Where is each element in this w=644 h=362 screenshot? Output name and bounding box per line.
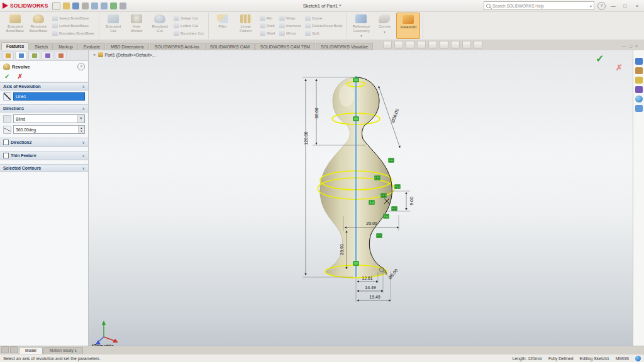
swept-boss-base-button[interactable]: Swept Boss/Base <box>51 15 96 21</box>
dome-button[interactable]: Dome <box>304 15 343 21</box>
revolved-boss-base-button[interactable]: Revolved Boss/Base <box>27 13 50 39</box>
intersect-button[interactable]: Intersect <box>278 23 302 29</box>
dimension-label[interactable]: 19.49 <box>369 295 380 299</box>
reference-geometry-button[interactable]: Reference Geometry▾ <box>350 13 372 39</box>
lofted-boss-base-button[interactable]: Lofted Boss/Base <box>51 23 96 29</box>
print-icon[interactable] <box>82 3 89 9</box>
tab-scroll-left-icon[interactable] <box>1 346 9 353</box>
rib-button[interactable]: Rib <box>258 15 276 21</box>
sketch-point-marker[interactable]: 12 <box>375 176 380 180</box>
shell-button[interactable]: Shell <box>258 30 276 36</box>
reverse-direction-icon[interactable] <box>3 115 11 123</box>
draft-button[interactable]: Draft <box>258 23 276 29</box>
tab-mbd-dimensions[interactable]: MBD Dimensions <box>106 43 149 50</box>
zoom-area-icon[interactable] <box>394 41 403 49</box>
dimension-label[interactable]: 9.00 <box>409 197 414 206</box>
chevron-down-icon[interactable]: ▾ <box>77 115 84 123</box>
sketch-point-marker[interactable]: 22 <box>389 158 394 163</box>
swept-cut-button[interactable]: Swept Cut <box>172 15 205 21</box>
sketch-point-marker[interactable] <box>353 117 359 121</box>
file-explorer-icon[interactable] <box>635 77 643 84</box>
end-condition-dropdown[interactable]: Blind ▾ <box>13 114 85 123</box>
section-view-icon[interactable] <box>417 41 426 49</box>
status-units[interactable]: MMGS <box>616 356 629 361</box>
sketch-point-marker[interactable]: 20 <box>377 234 382 238</box>
boundary-cut-button[interactable]: Boundary Cut <box>172 30 205 36</box>
fillet-button[interactable]: Fillet <box>211 13 234 39</box>
appearances-icon[interactable] <box>635 96 643 102</box>
sketch-point-marker[interactable] <box>353 261 359 266</box>
tab-solidworks-add-ins[interactable]: SOLIDWORKS Add-Ins <box>150 43 204 50</box>
extruded-boss-base-button[interactable]: Extruded Boss/Base <box>4 13 26 39</box>
delete-keep-body-button[interactable]: Delete/Keep Body <box>304 23 343 29</box>
pm-help-icon[interactable]: ? <box>77 63 85 70</box>
dimension-label[interactable]: 20.00 <box>366 221 377 226</box>
boundary-boss-base-button[interactable]: Boundary Boss/Base <box>51 30 96 36</box>
redo-icon[interactable] <box>101 3 108 9</box>
rebuild-icon[interactable] <box>110 3 117 9</box>
view-palette-icon[interactable] <box>635 86 643 93</box>
thin-feature-checkbox[interactable] <box>3 153 9 158</box>
tab-motion-study-1[interactable]: Motion Study 1 <box>43 347 83 354</box>
sketch-point-marker[interactable]: 21 <box>381 194 387 198</box>
float-panel-icon[interactable]: □ <box>630 44 632 48</box>
viewport[interactable]: ▸ Part1 (Default<<Default>... ✓ ✗ *Trime… <box>89 50 633 346</box>
mirror-button[interactable]: Mirror <box>278 30 302 36</box>
close-button[interactable]: × <box>633 3 641 9</box>
cancel-button[interactable]: ✗ <box>17 73 22 80</box>
dimension-label[interactable]: 120.00 <box>304 131 308 145</box>
confirm-ok-icon[interactable]: ✓ <box>596 53 604 65</box>
tab-markup[interactable]: Markup <box>53 43 78 50</box>
new-document-icon[interactable] <box>52 2 60 10</box>
tab-features[interactable]: Features <box>1 42 29 50</box>
sketch-point-marker[interactable]: 17 <box>384 214 389 219</box>
dimension-label[interactable]: 12.61 <box>362 276 373 280</box>
solidworks-logo[interactable]: SOLIDWORKS <box>3 3 48 9</box>
hole-wizard-button[interactable]: Hole Wizard <box>125 13 148 39</box>
sketch-point-marker[interactable]: 27 <box>395 185 401 189</box>
zoom-fit-icon[interactable] <box>383 41 392 49</box>
view-orientation-icon[interactable] <box>428 41 437 49</box>
model-canvas[interactable] <box>89 50 633 346</box>
save-icon[interactable] <box>72 3 79 9</box>
design-library-icon[interactable] <box>635 67 643 74</box>
spin-down-icon[interactable]: ▾ <box>79 129 84 133</box>
edit-appearance-icon[interactable] <box>462 41 471 49</box>
linear-pattern-button[interactable]: Linear Pattern <box>235 13 257 39</box>
tab-solidworks-visualize[interactable]: SOLIDWORKS Visualize <box>316 43 373 50</box>
confirm-cancel-icon[interactable]: ✗ <box>616 63 623 72</box>
restore-button[interactable]: □ <box>621 3 630 9</box>
split-button[interactable]: Split <box>304 30 343 36</box>
section-direction2[interactable]: Direction2 ∨ <box>0 138 88 147</box>
minimize-panel-icon[interactable]: — <box>622 44 626 48</box>
axis-selection-field[interactable]: Line1 <box>13 92 85 101</box>
tab-model[interactable]: Model <box>19 347 43 354</box>
search-input[interactable]: Search SOLIDWORKS Help ▾ <box>484 1 594 10</box>
instant3d-button[interactable]: Instant3D <box>396 13 420 39</box>
options-icon[interactable] <box>119 3 126 9</box>
dimension-label[interactable]: 14.49 <box>365 285 376 290</box>
dimxpert-manager-tab[interactable] <box>42 52 53 59</box>
tab-evaluate[interactable]: Evaluate <box>79 43 105 50</box>
section-selected-contours[interactable]: Selected Contours ∨ <box>0 164 88 172</box>
revolved-cut-button[interactable]: Revolved Cut <box>148 13 171 39</box>
tab-solidworks-cam-tbm[interactable]: SOLIDWORKS CAM TBM <box>255 43 315 50</box>
lofted-cut-button[interactable]: Lofted Cut <box>172 23 205 29</box>
spinner-buttons[interactable]: ▴▾ <box>78 126 84 133</box>
minimize-button[interactable]: — <box>609 3 618 9</box>
section-axis-of-revolution[interactable]: Axis of Revolution ∧ <box>0 82 88 90</box>
angle-input[interactable]: 360.00deg ▴▾ <box>13 125 85 134</box>
dimension-label[interactable]: 30.00 <box>314 107 319 119</box>
property-manager-tab[interactable] <box>15 52 27 59</box>
display-manager-tab[interactable] <box>55 52 67 59</box>
sketch-point-marker[interactable]: 7 <box>369 200 375 205</box>
undo-icon[interactable] <box>91 3 98 9</box>
direction2-checkbox[interactable] <box>3 140 9 145</box>
open-icon[interactable] <box>63 3 70 9</box>
configuration-manager-tab[interactable] <box>28 52 40 59</box>
web-help-icon[interactable] <box>635 356 641 361</box>
expand-arrow-icon[interactable]: ▸ <box>94 52 96 57</box>
help-button[interactable]: ? <box>597 2 606 10</box>
section-direction1[interactable]: Direction1 ∧ <box>0 104 88 112</box>
featuremanager-tree-tab[interactable] <box>2 52 14 59</box>
